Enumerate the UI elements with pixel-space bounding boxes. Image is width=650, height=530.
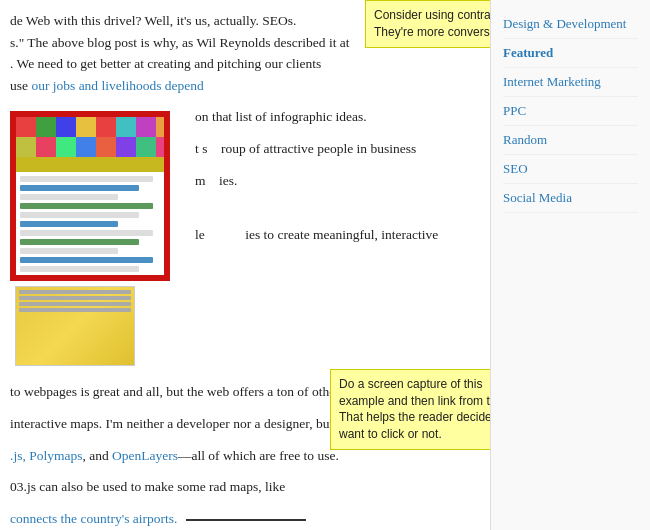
svg-rect-14 [136,137,156,157]
image-block [10,111,180,366]
sidebar-item-seo[interactable]: SEO [503,155,638,184]
svg-rect-8 [16,137,36,157]
svg-rect-1 [36,117,56,137]
link-polymaps[interactable]: .js, Polymaps [10,448,82,463]
tooltip-bottom: Do a screen capture of this example and … [330,369,490,450]
sidebar-item-featured[interactable]: Featured [503,39,638,68]
image-content-section [16,172,164,275]
tooltip-bottom-line2: example and then link from that. [339,394,490,408]
svg-rect-7 [156,117,164,137]
tooltip-top: Consider using contractions. They're mor… [365,0,490,48]
svg-rect-6 [136,117,156,137]
svg-rect-9 [36,137,56,157]
tooltip-top-line2: They're more conversational. [374,25,490,39]
link-openlayers[interactable]: OpenLayers [112,448,178,463]
svg-rect-10 [56,137,76,157]
sidebar-item-social-media[interactable]: Social Media [503,184,638,213]
tooltip-bottom-line3: That helps the reader decide if they [339,410,490,424]
sidebar-item-design[interactable]: Design & Development [503,10,638,39]
svg-rect-12 [96,137,116,157]
para-7: connects the country's airports. [10,508,475,530]
sidebar: Design & Development Featured Internet M… [490,0,650,530]
link-jobs[interactable]: our jobs and livelihoods depend [31,78,203,93]
svg-rect-4 [96,117,116,137]
sidebar-item-ppc[interactable]: PPC [503,97,638,126]
svg-rect-3 [76,117,96,137]
svg-rect-2 [56,117,76,137]
image-outer [10,111,170,281]
svg-rect-11 [76,137,96,157]
image-top-svg [16,117,164,172]
link-airports[interactable]: connects the country's airports. [10,511,177,526]
svg-rect-16 [16,157,164,172]
small-thumbnail [15,286,135,366]
image-top-section [16,117,164,172]
tooltip-bottom-line4: want to click or not. [339,427,442,441]
svg-rect-0 [16,117,36,137]
sidebar-item-internet-marketing[interactable]: Internet Marketing [503,68,638,97]
image-section: on that list of infographic ideas. t s r… [10,106,475,376]
main-content: Consider using contractions. They're mor… [0,0,490,530]
underline-decoration [186,519,306,521]
page-layout: Consider using contractions. They're mor… [0,0,650,530]
para-6: 03.js can also be used to make some rad … [10,476,475,498]
svg-rect-15 [156,137,164,157]
svg-rect-13 [116,137,136,157]
tooltip-bottom-line1: Do a screen capture of this [339,377,482,391]
sidebar-item-random[interactable]: Random [503,126,638,155]
svg-rect-5 [116,117,136,137]
tooltip-top-line1: Consider using contractions. [374,8,490,22]
